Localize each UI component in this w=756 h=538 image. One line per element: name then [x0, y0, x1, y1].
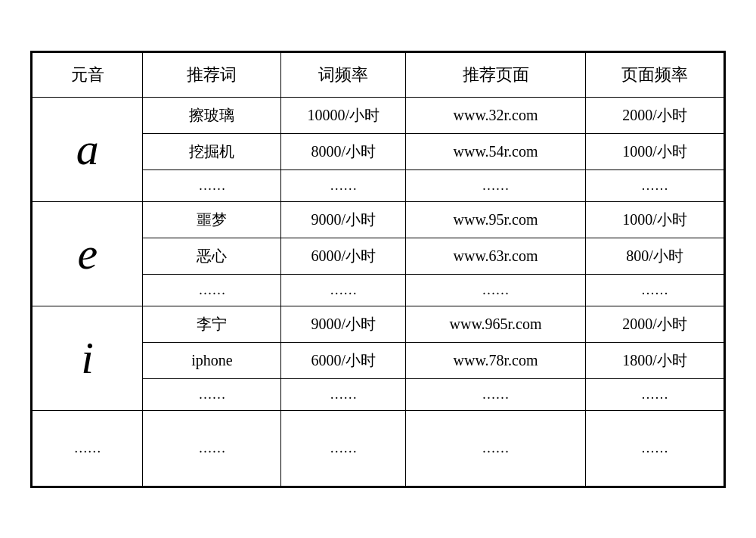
word-cell: 恶心: [143, 238, 281, 274]
footer-cell-0: ……: [33, 410, 143, 486]
dots-page: ……: [406, 169, 586, 201]
dots-word-freq: ……: [281, 274, 406, 306]
word-freq-cell: 10000/小时: [281, 97, 406, 133]
header-vowel: 元音: [33, 52, 143, 97]
word-cell: 挖掘机: [143, 133, 281, 169]
word-freq-cell: 6000/小时: [281, 342, 406, 378]
dots-word: ……: [143, 378, 281, 410]
word-cell: iphone: [143, 342, 281, 378]
header-word-freq: 词频率: [281, 52, 406, 97]
word-freq-cell: 9000/小时: [281, 201, 406, 238]
header-page: 推荐页面: [406, 52, 586, 97]
dots-word: ……: [143, 169, 281, 201]
footer-cell-2: ……: [281, 410, 406, 486]
page-cell: www.63r.com: [406, 238, 586, 274]
page-cell: www.95r.com: [406, 201, 586, 238]
word-cell: 李宁: [143, 306, 281, 342]
vowel-cell-a: a: [33, 97, 143, 201]
page-freq-cell: 1000/小时: [585, 201, 723, 238]
main-table: 元音 推荐词 词频率 推荐页面 页面频率 a擦玻璃10000/小时www.32r…: [32, 52, 724, 487]
table-container: 元音 推荐词 词频率 推荐页面 页面频率 a擦玻璃10000/小时www.32r…: [30, 51, 726, 488]
table-row: e噩梦9000/小时www.95r.com1000/小时: [33, 201, 724, 238]
header-row: 元音 推荐词 词频率 推荐页面 页面频率: [33, 52, 724, 97]
page-freq-cell: 2000/小时: [585, 97, 723, 133]
header-word: 推荐词: [143, 52, 281, 97]
dots-page-freq: ……: [585, 378, 723, 410]
page-freq-cell: 2000/小时: [585, 306, 723, 342]
dots-word-freq: ……: [281, 169, 406, 201]
dots-page-freq: ……: [585, 274, 723, 306]
table-row: a擦玻璃10000/小时www.32r.com2000/小时: [33, 97, 724, 133]
footer-cell-1: ……: [143, 410, 281, 486]
word-freq-cell: 6000/小时: [281, 238, 406, 274]
header-page-freq: 页面频率: [585, 52, 723, 97]
footer-row: …………………………: [33, 410, 724, 486]
page-cell: www.32r.com: [406, 97, 586, 133]
dots-page-freq: ……: [585, 169, 723, 201]
word-freq-cell: 8000/小时: [281, 133, 406, 169]
footer-cell-4: ……: [585, 410, 723, 486]
dots-word-freq: ……: [281, 378, 406, 410]
page-cell: www.78r.com: [406, 342, 586, 378]
word-freq-cell: 9000/小时: [281, 306, 406, 342]
page-cell: www.54r.com: [406, 133, 586, 169]
page-freq-cell: 800/小时: [585, 238, 723, 274]
table-row: i李宁9000/小时www.965r.com2000/小时: [33, 306, 724, 342]
footer-cell-3: ……: [406, 410, 586, 486]
dots-page: ……: [406, 274, 586, 306]
dots-page: ……: [406, 378, 586, 410]
dots-word: ……: [143, 274, 281, 306]
word-cell: 噩梦: [143, 201, 281, 238]
word-cell: 擦玻璃: [143, 97, 281, 133]
page-freq-cell: 1000/小时: [585, 133, 723, 169]
vowel-cell-e: e: [33, 201, 143, 306]
page-cell: www.965r.com: [406, 306, 586, 342]
page-freq-cell: 1800/小时: [585, 342, 723, 378]
vowel-cell-i: i: [33, 306, 143, 410]
